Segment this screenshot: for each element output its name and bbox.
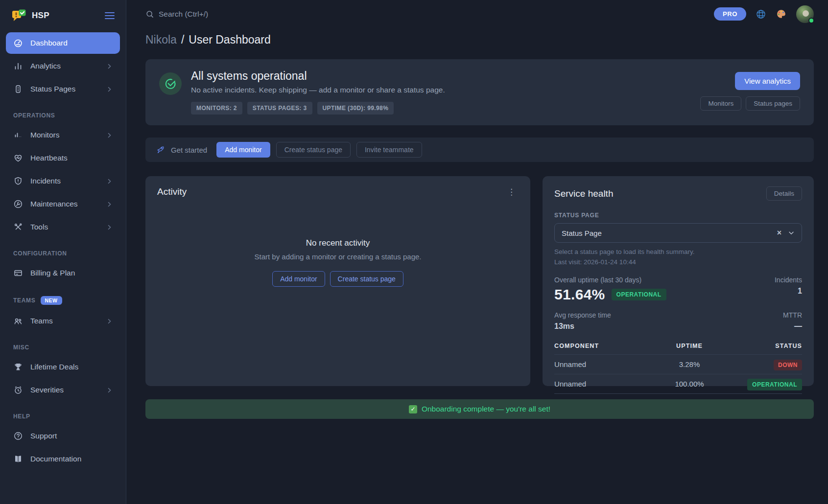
sidebar-item-analytics[interactable]: Analytics [6,55,120,77]
breadcrumb-parent[interactable]: Nikola [145,33,177,46]
sidebar-item-label: Support [30,432,57,440]
monitor-bars-icon [13,130,23,140]
sidebar-item-label: Severities [30,386,64,394]
gauge-icon [13,38,23,48]
heart-pulse-icon [13,153,23,163]
sidebar-section-help: HELP [13,413,113,420]
crossed-tools-icon [13,222,23,232]
question-circle-icon [13,431,23,441]
check-circle-icon [159,72,182,95]
create-status-page-button[interactable]: Create status page [276,142,351,158]
pro-plan-badge[interactable]: PRO [714,7,746,21]
sidebar-section-misc: MISC [13,344,113,351]
add-monitor-button[interactable]: Add monitor [216,142,270,158]
sidebar-item-label: Teams [30,317,53,325]
hero-actions: View analytics Monitors Status pages [700,69,800,115]
down-status-badge: DOWN [774,360,802,370]
hsp-logo-icon [12,9,26,23]
activity-title: Activity [157,186,187,197]
chevron-right-icon [106,63,113,69]
check-mark-icon: ✓ [409,405,417,413]
sidebar-item-heartbeats[interactable]: Heartbeats [6,147,120,169]
sidebar-item-label: Documentation [30,455,81,463]
service-health-title: Service health [554,188,613,199]
uptime-label: Overall uptime (last 30 days) [554,276,666,284]
breadcrumb-separator: / [181,33,184,46]
sidebar-item-label: Billing & Plan [30,269,75,277]
last-visit-text: Last visit: 2026-01-24 10:44 [554,258,802,266]
user-avatar[interactable] [796,5,814,23]
component-uptime: 3.28% [652,360,727,368]
empty-create-status-page-button[interactable]: Create status page [330,271,403,287]
invite-teammate-button[interactable]: Invite teammate [356,142,422,158]
status-page-field-label: STATUS PAGE [554,212,802,219]
sidebar-section-operations: OPERATIONS [13,112,113,119]
sidebar-item-label: Status Pages [30,85,75,93]
onboarding-complete-banner: ✓ Onboarding complete — you're all set! [145,399,814,419]
components-table: COMPONENT UPTIME STATUS Unnamed 3.28% DO… [554,339,802,394]
kebab-menu-icon[interactable]: ⋮ [504,187,519,197]
status-pages-count-chip: STATUS PAGES: 3 [247,102,312,115]
sidebar-item-lifetime-deals[interactable]: Lifetime Deals [6,356,120,378]
sidebar-item-support[interactable]: Support [6,425,120,447]
operational-badge: OPERATIONAL [612,289,666,300]
sidebar-item-label: Monitors [30,131,59,139]
sidebar-item-severities[interactable]: Severities [6,379,120,401]
sidebar-nav: Dashboard Analytics Status [0,28,126,471]
empty-add-monitor-button[interactable]: Add monitor [272,271,325,287]
topbar-right: PRO [714,5,814,23]
table-row: Unnamed 100.00% OPERATIONAL [554,374,802,393]
incidents-label: Incidents [775,276,802,284]
sidebar-item-label: Tools [30,223,48,231]
sidebar-item-label: Incidents [30,177,61,185]
sidebar-header: HSP [0,0,126,28]
app-logo[interactable]: HSP [12,9,49,23]
status-pages-button[interactable]: Status pages [746,96,800,111]
palette-icon[interactable] [776,8,787,20]
sidebar-item-documentation[interactable]: Documentation [6,448,120,470]
clear-selection-icon[interactable]: × [777,229,781,237]
view-analytics-button[interactable]: View analytics [735,72,800,90]
sidebar-section-configuration: CONFIGURATION [13,250,113,257]
component-name: Unnamed [554,360,652,368]
bar-chart-icon [13,61,23,71]
traffic-light-icon [13,84,23,94]
mttr-label: MTTR [783,311,802,319]
hero-title: All systems operational [191,69,445,83]
uptime-chip: UPTIME (30D): 99.98% [317,102,394,115]
sidebar-item-billing[interactable]: Billing & Plan [6,262,120,284]
online-status-dot [808,18,814,23]
sidebar-item-monitors[interactable]: Monitors [6,124,120,146]
activity-card: Activity ⋮ No recent activity Start by a… [145,176,530,386]
chevron-right-icon [106,224,113,230]
operational-status-badge: OPERATIONAL [747,379,802,390]
search-placeholder: Search (Ctrl+/) [159,10,208,19]
details-button[interactable]: Details [766,186,802,201]
monitors-count-chip: MONITORS: 2 [191,102,242,115]
sidebar-item-dashboard[interactable]: Dashboard [6,32,120,54]
alarm-clock-icon [13,385,23,395]
table-header-row: COMPONENT UPTIME STATUS [554,339,802,354]
sidebar-item-teams[interactable]: Teams [6,310,120,332]
sidebar-item-label: Dashboard [30,39,68,47]
wrench-circle-icon [13,199,23,209]
shield-alert-icon [13,176,23,186]
hamburger-menu-icon[interactable] [104,11,115,20]
globe-icon[interactable] [756,9,766,20]
search-input[interactable]: Search (Ctrl+/) [145,10,208,19]
sidebar-item-tools[interactable]: Tools [6,216,120,238]
sidebar-item-status-pages[interactable]: Status Pages [6,78,120,100]
sidebar: HSP Dashboard Analytics [0,0,126,504]
banner-text: Onboarding complete — you're all set! [422,405,550,413]
trophy-icon [13,362,23,372]
component-name: Unnamed [554,380,652,388]
status-page-select[interactable]: Status Page × [554,223,802,243]
book-icon [13,454,23,464]
sidebar-item-incidents[interactable]: Incidents [6,170,120,192]
hero-subtitle: No active incidents. Keep shipping — add… [191,86,445,94]
app-name: HSP [32,11,49,21]
sidebar-item-maintenances[interactable]: Maintenances [6,193,120,215]
chevron-right-icon [106,318,113,324]
breadcrumb: Nikola / User Dashboard [145,33,814,46]
monitors-button[interactable]: Monitors [700,96,741,111]
